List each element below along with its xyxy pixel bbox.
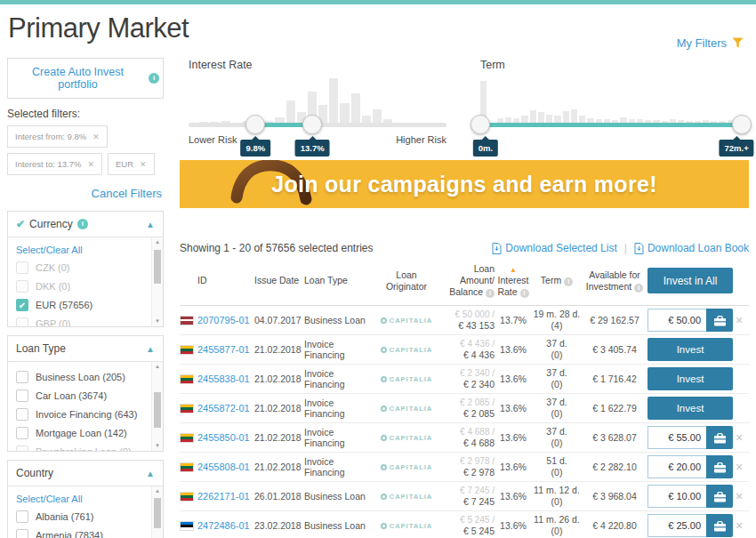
- checkbox[interactable]: ✔: [16, 408, 28, 421]
- chip-close-icon[interactable]: ✕: [92, 132, 100, 141]
- scroll-down-icon[interactable]: ▼: [152, 317, 163, 326]
- loan-originator-badge[interactable]: CAPITALIA: [375, 317, 438, 325]
- currency-option[interactable]: ✔ GBP (0): [16, 317, 145, 326]
- originator-column-header[interactable]: Loan Originator: [375, 269, 438, 293]
- loan-type-option[interactable]: ✔ Mortgage Loan (142): [16, 427, 145, 439]
- scroll-up-icon[interactable]: ▲: [152, 237, 163, 247]
- loan-type-option[interactable]: ✔ Pawnbroking Loan (0): [16, 446, 145, 451]
- scrollbar-thumb[interactable]: [154, 250, 161, 284]
- checkbox[interactable]: ✔: [16, 389, 28, 402]
- scroll-up-icon[interactable]: ▲: [152, 362, 163, 372]
- invest-amount-input[interactable]: [647, 485, 706, 508]
- scrollbar[interactable]: ▲ ▼: [151, 362, 163, 451]
- campaign-banner[interactable]: Join our campaigns and earn more!: [180, 160, 749, 208]
- invest-briefcase-button[interactable]: [706, 309, 733, 332]
- loan-type-option[interactable]: ✔ Business Loan (205): [16, 371, 145, 383]
- loan-id-link[interactable]: 2455877-01: [197, 344, 254, 355]
- info-icon[interactable]: i: [634, 284, 643, 293]
- scrollbar[interactable]: ▲ ▼: [151, 486, 163, 538]
- interest-min-handle[interactable]: [245, 115, 265, 134]
- info-icon[interactable]: i: [77, 219, 88, 229]
- term-column-header[interactable]: Term i: [532, 275, 582, 286]
- download-selected-list-link[interactable]: Download Selected List: [492, 242, 616, 254]
- scroll-up-icon[interactable]: ▲: [152, 486, 163, 496]
- loan-type-option[interactable]: ✔ Invoice Financing (643): [16, 408, 145, 421]
- checkbox[interactable]: ✔: [16, 280, 28, 293]
- checkbox[interactable]: ✔: [16, 529, 28, 538]
- amount-column-header[interactable]: Loan Amount/ Balance i: [438, 263, 495, 298]
- loan-originator-badge[interactable]: CAPITALIA: [375, 375, 438, 383]
- chip-close-icon[interactable]: ✕: [140, 160, 147, 169]
- collapse-caret-icon[interactable]: ▲: [146, 344, 155, 354]
- invest-button[interactable]: Invest: [647, 367, 733, 390]
- info-icon[interactable]: i: [564, 277, 573, 286]
- loan-originator-badge[interactable]: CAPITALIA: [375, 522, 438, 530]
- remove-row-icon[interactable]: ✕: [733, 315, 745, 326]
- invest-amount-input[interactable]: [647, 455, 706, 478]
- currency-option[interactable]: ✔ DKK (0): [16, 280, 145, 293]
- download-loan-book-link[interactable]: Download Loan Book: [634, 242, 749, 254]
- filter-chip[interactable]: EUR ✕: [108, 153, 155, 175]
- loan-id-link[interactable]: 2455838-01: [197, 373, 254, 384]
- loan-type-option[interactable]: ✔ Car Loan (3674): [16, 389, 145, 402]
- info-icon[interactable]: i: [149, 73, 159, 84]
- invest-amount-input[interactable]: [647, 426, 706, 449]
- loan-id-link[interactable]: 2472486-01: [197, 520, 254, 531]
- scrollbar[interactable]: ▲ ▼: [151, 237, 163, 326]
- loan-id-link[interactable]: 2455850-01: [197, 432, 254, 443]
- chip-close-icon[interactable]: ✕: [87, 160, 94, 169]
- scrollbar-thumb[interactable]: [154, 392, 161, 428]
- country-select-all-link[interactable]: Select/Clear All: [16, 494, 145, 504]
- loan-id-link[interactable]: 2262171-01: [197, 491, 254, 502]
- loan-originator-badge[interactable]: CAPITALIA: [375, 434, 438, 442]
- currency-option[interactable]: ✔ EUR (57656): [16, 299, 145, 311]
- currency-option[interactable]: ✔ CZK (0): [16, 261, 145, 274]
- invest-in-all-button[interactable]: Invest in All: [647, 268, 733, 293]
- invest-amount-input[interactable]: [647, 309, 706, 332]
- invest-button[interactable]: Invest: [647, 338, 733, 361]
- rate-column-header[interactable]: ▲ Interest Rate i: [495, 263, 532, 298]
- loan-id-link[interactable]: 2455808-01: [197, 462, 254, 472]
- available-column-header[interactable]: Available for Investment i: [582, 269, 647, 293]
- checkbox[interactable]: ✔: [16, 317, 28, 326]
- checkbox[interactable]: ✔: [16, 510, 28, 523]
- remove-row-icon[interactable]: ✕: [733, 520, 745, 532]
- country-panel-header[interactable]: Country ▲: [8, 461, 163, 486]
- term-max-handle[interactable]: [732, 115, 752, 134]
- loan-id-link[interactable]: 2070795-01: [197, 315, 254, 325]
- checkbox[interactable]: ✔: [16, 261, 28, 274]
- invest-amount-input[interactable]: [647, 514, 706, 537]
- checkbox[interactable]: ✔: [16, 371, 28, 383]
- interest-max-handle[interactable]: [302, 115, 322, 134]
- filter-chip[interactable]: Interest to: 13.7% ✕: [7, 153, 102, 175]
- term-min-handle[interactable]: [470, 115, 490, 134]
- country-option[interactable]: ✔ Albania (761): [16, 510, 145, 523]
- loan-type-panel-header[interactable]: Loan Type ▲: [8, 336, 163, 362]
- interest-rate-track[interactable]: 9.8% 13.7%: [189, 123, 446, 127]
- invest-briefcase-button[interactable]: [706, 426, 733, 449]
- collapse-caret-icon[interactable]: ▲: [146, 220, 155, 229]
- id-column-header[interactable]: ID: [197, 275, 254, 286]
- invest-briefcase-button[interactable]: [706, 485, 733, 508]
- info-icon[interactable]: i: [486, 289, 495, 298]
- loan-originator-badge[interactable]: CAPITALIA: [375, 493, 438, 501]
- currency-panel-header[interactable]: ✔ Currency i ▲: [8, 212, 163, 237]
- checkbox[interactable]: ✔: [16, 446, 28, 451]
- remove-row-icon[interactable]: ✕: [733, 491, 745, 502]
- loan-originator-badge[interactable]: CAPITALIA: [375, 346, 438, 354]
- invest-button[interactable]: Invest: [647, 397, 733, 420]
- country-option[interactable]: ✔ Armenia (7834): [16, 529, 145, 538]
- remove-row-icon[interactable]: ✕: [733, 462, 745, 473]
- info-icon[interactable]: i: [520, 289, 529, 298]
- create-auto-invest-button[interactable]: Create Auto Invest portfolio i: [7, 58, 164, 99]
- checkbox[interactable]: ✔: [16, 299, 28, 311]
- cancel-filters-link[interactable]: Cancel Filters: [7, 187, 162, 200]
- loan-id-link[interactable]: 2455872-01: [197, 403, 254, 414]
- scroll-down-icon[interactable]: ▼: [152, 441, 163, 451]
- loan-originator-badge[interactable]: CAPITALIA: [375, 405, 438, 413]
- currency-select-all-link[interactable]: Select/Clear All: [16, 245, 145, 255]
- remove-row-icon[interactable]: ✕: [733, 432, 745, 444]
- issue-date-column-header[interactable]: Issue Date: [254, 275, 304, 286]
- loan-type-column-header[interactable]: Loan Type: [304, 275, 375, 286]
- checkbox[interactable]: ✔: [16, 427, 28, 439]
